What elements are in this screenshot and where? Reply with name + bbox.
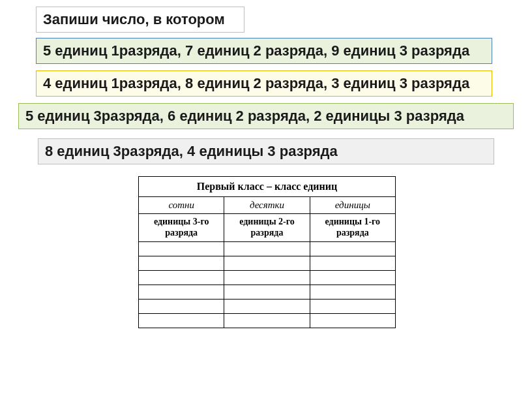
table-row (139, 256, 396, 270)
task-line-4: 8 единиц 3разряда, 4 единицы 3 разряда (38, 138, 494, 164)
table-row (139, 285, 396, 299)
table-unitheader-3: единицы 1-го разряда (310, 214, 395, 242)
task-line-1: 5 единиц 1разряда, 7 единиц 2 разряда, 9… (36, 38, 492, 64)
table-row (139, 270, 396, 285)
table-unitheader-2: единицы 2-го разряда (224, 214, 310, 242)
task-line-2: 4 единиц 1разряда, 8 единиц 2 разряда, 3… (36, 70, 492, 97)
table-subheader-1: сотни (139, 197, 224, 214)
table-row (139, 299, 396, 313)
place-value-table: Первый класс – класс единиц сотни десятк… (138, 176, 396, 328)
table-header-title: Первый класс – класс единиц (139, 177, 396, 197)
table-subheader-3: единицы (310, 197, 395, 214)
table-row (139, 313, 396, 328)
table-subheader-2: десятки (224, 197, 310, 214)
table-unitheader-1: единицы 3-го разряда (139, 214, 224, 242)
table-row (139, 241, 396, 256)
task-line-3: 5 единиц 3разряда, 6 единиц 2 разряда, 2… (18, 103, 514, 129)
task-title: Запиши число, в котором (36, 7, 244, 33)
